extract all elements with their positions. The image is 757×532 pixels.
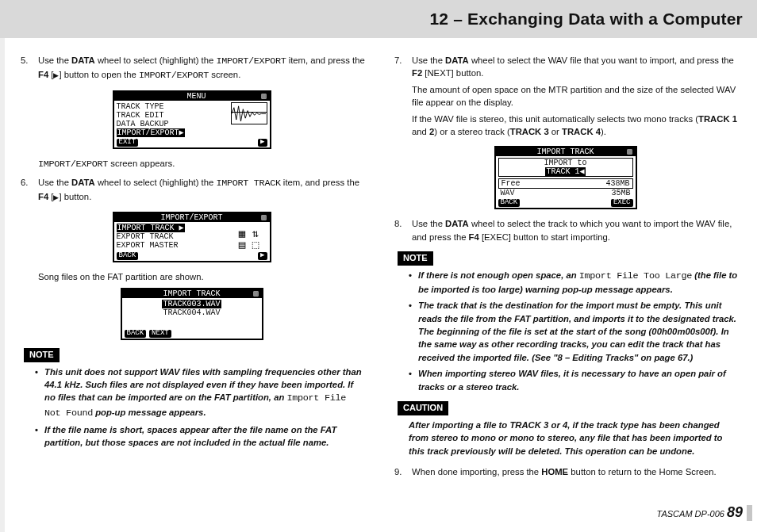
t: IMPORT/EXPORT <box>216 55 286 67</box>
lcd-screen: MENU ▥ TRACK TYPE TRACK EDIT DATA BACKUP… <box>113 90 271 149</box>
t: button to return to the Home Screen. <box>568 467 717 477</box>
lcd-row: TRACK EDIT <box>117 111 228 120</box>
lcd-info-row: Free438MB <box>498 178 633 189</box>
lcd-figure-importexport: IMPORT/EXPORT ▥ IMPORT TRACK ▶ EXPORT TR… <box>17 212 366 262</box>
step-text: When done importing, press the HOME butt… <box>412 465 740 478</box>
lcd-row: TRACK004.WAV <box>125 308 259 317</box>
waveform-icon <box>231 102 267 124</box>
bullet-text: If there is not enough open space, an Im… <box>418 269 740 296</box>
lcd-softkey: BACK <box>498 199 521 207</box>
t: WAV <box>501 189 515 197</box>
step-body: Use the DATA wheel to select the WAV fil… <box>412 54 740 141</box>
list-item: • When importing stereo WAV files, it is… <box>409 367 740 393</box>
lcd-info-row: WAV35MB <box>498 189 633 197</box>
step-number: 5. <box>17 54 38 86</box>
t: DATA <box>445 55 469 65</box>
step-followup: Song files on the FAT partition are show… <box>38 270 366 283</box>
t: After importing a file to <box>409 420 509 430</box>
lcd-box: IMPORT to TRACK 1◀ <box>498 158 633 177</box>
t: DATA <box>71 55 95 65</box>
lcd-softkey: EXIT <box>117 139 139 147</box>
t: Import File Too Large <box>579 270 692 281</box>
step-text: If the WAV file is stereo, this unit aut… <box>412 113 740 139</box>
lcd-screen: IMPORT TRACK ▥ IMPORT to TRACK 1◀ Free43… <box>494 146 637 209</box>
left-margin <box>0 38 5 532</box>
step-5: 5. Use the DATA wheel to select (highlig… <box>17 54 366 86</box>
lcd-title: MENU ▥ <box>114 92 270 101</box>
lcd-footer: BACK NEXT <box>122 330 262 339</box>
step-number: 9. <box>391 465 412 481</box>
content-columns: 5. Use the DATA wheel to select (highlig… <box>0 38 757 486</box>
lcd-row: TRACK 1◀ <box>499 167 632 176</box>
t: Use the <box>412 55 445 65</box>
lcd-highlight: IMPORT TRACK ▶ <box>117 224 185 232</box>
t: Free <box>501 179 521 188</box>
battery-icon: ▥ <box>627 147 632 156</box>
step-text: The amount of open space on the MTR part… <box>412 83 740 109</box>
caution-block: CAUTION After importing a file to TRACK … <box>398 401 740 457</box>
t: IMPORT/EXPORT <box>38 159 108 170</box>
step-followup: IMPORT/EXPORT screen appears. <box>38 157 366 171</box>
step-number: 7. <box>391 54 412 141</box>
bullet-list: • If there is not enough open space, an … <box>409 269 740 393</box>
lcd-highlight: TRACK003.WAV <box>162 300 221 308</box>
note-label: NOTE <box>24 348 60 362</box>
chapter-title: 12 – Exchanging Data with a Computer <box>429 10 743 29</box>
footer-brand: TASCAM DP-006 <box>657 509 724 519</box>
lcd-list: IMPORT TRACK ▶ EXPORT TRACK EXPORT MASTE… <box>117 224 231 251</box>
lcd-row-sel: TRACK003.WAV <box>125 300 259 308</box>
page-number: 89 <box>727 504 743 520</box>
lcd-screen: IMPORT TRACK ▥ TRACK003.WAV TRACK004.WAV… <box>121 288 263 340</box>
t: screen. <box>209 70 240 79</box>
lcd-figure-menu: MENU ▥ TRACK TYPE TRACK EDIT DATA BACKUP… <box>17 90 366 149</box>
lcd-title-text: IMPORT/EXPORT <box>160 213 222 222</box>
t: F4 <box>38 70 48 79</box>
step-number: 6. <box>17 176 38 206</box>
bullet-list: • This unit does not support WAV files w… <box>35 366 366 450</box>
battery-icon: ▥ <box>261 213 266 222</box>
t: ] button. <box>59 192 91 201</box>
lcd-row-sel: IMPORT/EXPORT▶ <box>117 128 228 137</box>
step-body: Use the DATA wheel to select (highlight)… <box>38 176 366 206</box>
t: ] button to open the <box>59 70 139 79</box>
step-text: Use the DATA wheel to select (highlight)… <box>38 176 366 203</box>
lcd-highlight: TRACK 1◀ <box>545 167 585 176</box>
t: DATA <box>71 178 95 187</box>
lcd-softkey: BACK <box>125 330 147 338</box>
t: F4 <box>38 192 48 201</box>
t: Use the <box>38 178 71 187</box>
t: TRACK 3 <box>509 420 548 430</box>
lcd-row-sel: IMPORT TRACK ▶ <box>117 224 231 232</box>
t: wheel to select the WAV file that you wa… <box>469 55 734 65</box>
t: item, and press the <box>286 55 365 65</box>
lcd-softkey: BACK <box>117 252 139 260</box>
t: item, and press the <box>281 178 359 187</box>
t: 35MB <box>611 189 630 197</box>
lcd-row: IMPORT to <box>499 159 632 167</box>
t: IMPORT/EXPORT <box>139 70 209 81</box>
t: Use the <box>38 55 71 65</box>
spacer <box>499 147 504 156</box>
lcd-body: TRACK003.WAV TRACK004.WAV <box>122 298 262 330</box>
t: Use the <box>412 219 445 228</box>
t: screen appears. <box>108 159 175 168</box>
t: or <box>549 127 562 136</box>
t: 438MB <box>605 179 629 188</box>
lcd-title-text: MENU <box>186 92 206 101</box>
t: DATA <box>445 219 469 228</box>
battery-icon: ▥ <box>253 289 258 298</box>
step-body: When done importing, press the HOME butt… <box>412 465 740 481</box>
spacer <box>117 213 122 222</box>
spacer <box>117 92 132 101</box>
bullet-dot: • <box>409 269 418 296</box>
right-column: 7. Use the DATA wheel to select the WAV … <box>391 54 740 486</box>
lcd-body: TRACK TYPE TRACK EDIT DATA BACKUP IMPORT… <box>114 101 270 139</box>
lcd-footer: BACK EXEC <box>496 199 636 208</box>
step-8: 8. Use the DATA wheel to select the trac… <box>391 217 740 247</box>
step-text: Use the DATA wheel to select the WAV fil… <box>412 54 740 80</box>
t: wheel to select (highlight) the <box>95 178 217 187</box>
lcd-highlight: IMPORT/EXPORT▶ <box>117 128 185 137</box>
t: TRACK 3 <box>510 127 549 136</box>
t: ) or a stereo track ( <box>434 127 509 136</box>
t: wheel to select (highlight) the <box>95 55 217 65</box>
